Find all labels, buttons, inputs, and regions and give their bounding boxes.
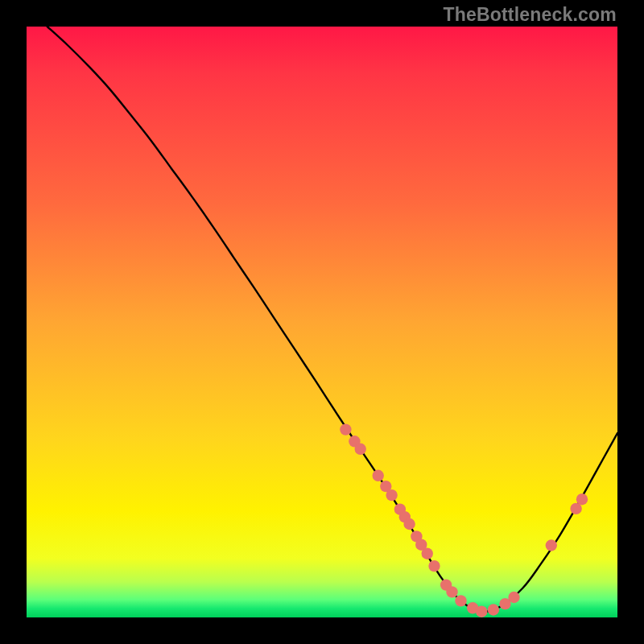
plot-svg (27, 27, 617, 617)
plot-frame (27, 27, 617, 617)
sample-point (428, 560, 440, 572)
sample-point (386, 489, 397, 501)
sample-point (455, 595, 466, 606)
sample-point (508, 592, 519, 603)
sample-point (546, 539, 557, 551)
watermark-text: TheBottleneck.com (443, 4, 617, 26)
sample-point (355, 444, 366, 455)
sample-points-group (340, 423, 588, 617)
sample-point (446, 586, 457, 597)
sample-point (576, 493, 588, 505)
sample-point (373, 470, 384, 481)
sample-point (403, 518, 415, 530)
sample-point (488, 604, 499, 615)
sample-point (340, 423, 351, 435)
sample-point (476, 606, 487, 617)
sample-point (422, 548, 433, 559)
bottleneck-curve-line (47, 27, 617, 612)
